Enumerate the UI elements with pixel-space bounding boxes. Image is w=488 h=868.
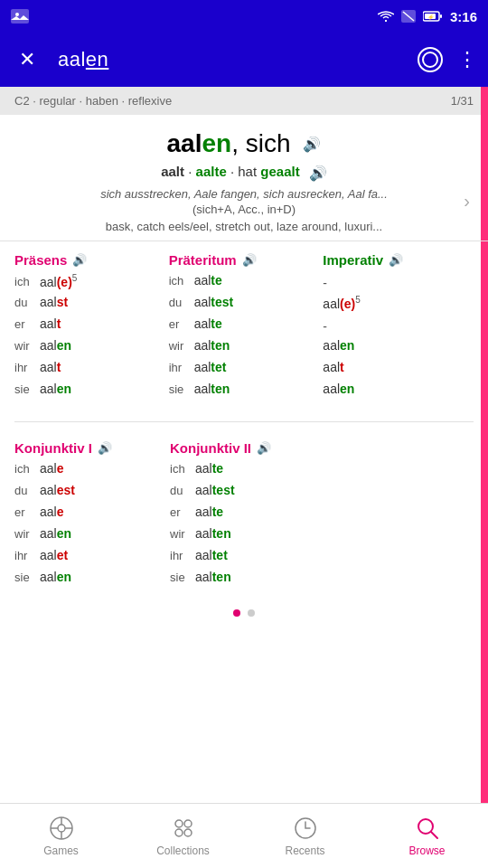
app-bar-actions: ⋮ [418, 47, 477, 72]
konjunktiv2-col: Konjunktiv II 🔊 ich aalte du aaltest er … [166, 440, 322, 591]
praet-ihr: ihr aaltet [169, 360, 320, 380]
games-icon [49, 816, 74, 841]
konj2-ihr: ihr aaltet [170, 548, 322, 568]
more-button[interactable]: ⋮ [457, 48, 477, 71]
praet-ich: ich aalte [169, 273, 320, 293]
imp-dash-2: - [323, 316, 474, 336]
nav-item-browse[interactable]: Browse [366, 808, 488, 864]
konj2-sound[interactable]: 🔊 [257, 441, 271, 455]
svg-point-18 [184, 829, 192, 836]
divider-1 [14, 421, 474, 422]
imperativ-title: Imperativ [323, 252, 383, 268]
konjunktiv1-title: Konjunktiv I [14, 440, 92, 456]
konj1-ich: ich aale [14, 461, 166, 481]
status-right: ⚡ 3:16 [378, 9, 477, 24]
praet-er: er aalte [169, 316, 320, 336]
sound-button[interactable]: 🔊 [303, 136, 321, 153]
forms-sound-button[interactable]: 🔊 [309, 165, 327, 181]
definition-text: sich ausstrecken, Aale fangen, sich ausr… [22, 187, 466, 201]
svg-point-16 [184, 820, 192, 827]
konj1-sound[interactable]: 🔊 [98, 441, 112, 455]
svg-rect-0 [11, 9, 29, 24]
praet-du: du aaltest [169, 295, 320, 315]
games-label: Games [43, 844, 79, 857]
praeteritum-col: Präteritum 🔊 ich aalte du aaltest er aal… [165, 252, 320, 403]
imp-form-2: aalen [323, 338, 474, 358]
prasens-ihr: ihr aalt [14, 360, 165, 380]
time-display: 3:16 [450, 9, 477, 24]
praet-sie: sie aalten [169, 382, 320, 401]
svg-text:⚡: ⚡ [427, 14, 435, 21]
konj2-wir: wir aalten [170, 526, 322, 546]
content-area: C2 · regular · haben · reflexive 1/31 aa… [0, 87, 488, 803]
recents-label: Recents [285, 844, 324, 857]
konj1-ihr: ihr aalet [14, 548, 166, 568]
svg-rect-5 [440, 14, 442, 18]
conj-row-headers-2: Konjunktiv I 🔊 ich aale du aalest er aal… [14, 440, 474, 591]
prasens-sound[interactable]: 🔊 [72, 253, 87, 267]
translation-text: bask, catch eels/eel, stretch out, laze … [22, 220, 466, 233]
info-bar: C2 · regular · haben · reflexive 1/31 [0, 87, 488, 115]
scroll-dots [0, 602, 488, 624]
imp-form-4: aalen [323, 382, 474, 401]
konj2-du: du aaltest [170, 483, 322, 503]
imp-form-3: aalt [323, 360, 474, 380]
imp-form-1: aal(e)5 [323, 295, 474, 315]
konjunktiv2-title: Konjunktiv II [170, 440, 251, 456]
imperativ-col: Imperativ 🔊 - aal(e)5 - aalen aalt aalen [319, 252, 474, 403]
praeteritum-title: Präteritum [169, 252, 237, 268]
imperativ-sound[interactable]: 🔊 [389, 253, 403, 267]
praet-wir: wir aalten [169, 338, 320, 358]
nav-item-games[interactable]: Games [0, 808, 122, 864]
circle-button[interactable] [418, 47, 443, 72]
konjunktiv1-header: Konjunktiv I 🔊 [14, 440, 166, 456]
konj1-er: er aale [14, 505, 166, 524]
konjunktiv1-col: Konjunktiv I 🔊 ich aale du aalest er aal… [14, 440, 166, 591]
app-bar: ✕ aalen ⋮ [0, 33, 488, 87]
conjugation-section-2: Konjunktiv I 🔊 ich aale du aalest er aal… [0, 429, 488, 602]
praeteritum-header: Präteritum 🔊 [169, 252, 320, 268]
svg-point-1 [15, 13, 19, 16]
title-underlined: en [86, 48, 108, 71]
prasens-wir: wir aalen [14, 338, 165, 358]
konj1-sie: sie aalen [14, 570, 166, 590]
empty-col [322, 440, 474, 591]
browse-label: Browse [408, 844, 445, 857]
app-bar-title: aalen [58, 48, 403, 71]
status-bar: ⚡ 3:16 [0, 0, 488, 33]
svg-point-10 [58, 825, 65, 832]
signal-icon [401, 10, 416, 23]
konj2-er: er aalte [170, 505, 322, 524]
dot-inactive [248, 609, 255, 617]
nav-item-recents[interactable]: Recents [244, 808, 366, 864]
browse-icon [415, 816, 440, 841]
imperativ-header: Imperativ 🔊 [323, 252, 474, 268]
main-word: aalen, sich [167, 129, 291, 158]
konj1-du: du aalest [14, 483, 166, 503]
word-meta: C2 · regular · haben · reflexive [14, 94, 172, 108]
close-button[interactable]: ✕ [11, 43, 43, 76]
svg-point-15 [175, 820, 183, 827]
conjugation-forms: aalt · aalte · hat geaalt 🔊 [22, 164, 466, 182]
konj2-sie: sie aalten [170, 570, 322, 590]
imp-dash-1: - [323, 273, 474, 293]
battery-icon: ⚡ [423, 11, 443, 22]
praeteritum-sound[interactable]: 🔊 [242, 253, 257, 267]
word-count: 1/31 [451, 94, 474, 108]
conj-row-headers-1: Präsens 🔊 ich aal(e)5 du aalst er aalt w… [14, 252, 474, 403]
prasens-title: Präsens [14, 252, 67, 268]
prasens-ich: ich aal(e)5 [14, 273, 165, 293]
prasens-du: du aalst [14, 295, 165, 315]
status-left [11, 9, 29, 24]
prasens-header: Präsens 🔊 [14, 252, 165, 268]
nav-item-collections[interactable]: Collections [122, 808, 244, 864]
svg-point-17 [175, 829, 183, 836]
circle-icon [421, 51, 439, 69]
dot-active [233, 609, 240, 617]
prasens-sie: sie aalen [14, 382, 165, 401]
prasens-col: Präsens 🔊 ich aal(e)5 du aalst er aalt w… [14, 252, 165, 403]
word-entry: aalen, sich 🔊 › aalt · aalte · hat geaal… [0, 115, 488, 241]
photo-icon [11, 9, 29, 24]
next-arrow[interactable]: › [464, 191, 470, 212]
conjugation-section-1: Präsens 🔊 ich aal(e)5 du aalst er aalt w… [0, 241, 488, 414]
